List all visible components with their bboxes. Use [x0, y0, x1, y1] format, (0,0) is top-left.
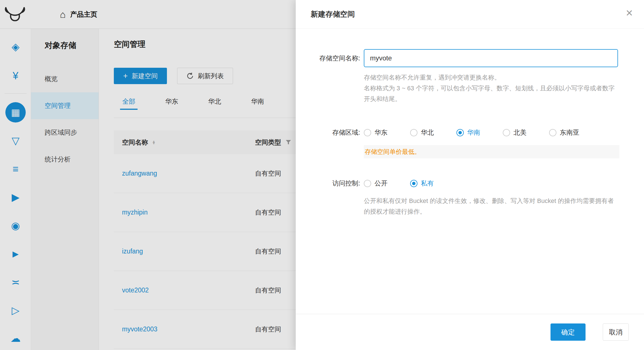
radio-label: 私有: [421, 179, 434, 188]
access-help-text: 公开和私有仅对 Bucket 的读文件生效，修改、删除、写入等对 Bucket …: [364, 196, 615, 217]
page-root: ⌂ 产品主页 ◈ ¥ ▦ ▽ ≡ ▶ ◉ ► ≍ ▷ ☁ 对象存储 概览 空间管…: [0, 0, 644, 350]
region-price-note: 存储空间单价最低。: [364, 145, 619, 158]
radio-label: 华东: [375, 128, 388, 137]
note-spacer: [296, 145, 364, 158]
region-option-huabei[interactable]: 华北: [410, 128, 434, 137]
radio-icon: [549, 129, 556, 136]
region-option-beimei[interactable]: 北美: [503, 128, 526, 137]
radio-checked-icon: [456, 129, 464, 136]
region-radio-group: 华东 华北 华南 北美 东南亚: [364, 128, 579, 137]
region-option-huanan[interactable]: 华南: [456, 128, 480, 137]
drawer-header: 新建存储空间: [296, 0, 644, 29]
region-note-row: 存储空间单价最低。: [296, 145, 644, 158]
radio-icon: [364, 129, 371, 136]
bucket-name-help-line2: 名称格式为 3 ~ 63 个字符，可以包含小写字母、数字、短划线，且必须以小写字…: [364, 83, 615, 104]
cancel-button[interactable]: 取消: [603, 323, 629, 341]
bucket-name-input[interactable]: [364, 49, 618, 67]
radio-icon: [410, 129, 417, 136]
storage-region-row: 存储区域: 华东 华北 华南 北美: [296, 128, 644, 137]
bucket-name-label: 存储空间名称:: [296, 49, 360, 104]
radio-label: 华南: [467, 128, 480, 137]
bucket-name-help-line1: 存储空间名称不允许重复，遇到冲突请更换名称。: [364, 72, 615, 83]
drawer-title: 新建存储空间: [311, 9, 355, 19]
radio-checked-icon: [410, 180, 417, 187]
close-icon[interactable]: ×: [623, 6, 636, 20]
access-option-private[interactable]: 私有: [410, 179, 434, 188]
radio-label: 公开: [375, 179, 388, 188]
radio-label: 华北: [421, 128, 434, 137]
access-radio-group: 公开 私有: [364, 179, 434, 188]
access-help-row: 公开和私有仅对 Bucket 的读文件生效，修改、删除、写入等对 Bucket …: [296, 196, 644, 217]
access-control-row: 访问控制: 公开 私有: [296, 179, 644, 188]
bucket-name-row: 存储空间名称: 存储空间名称不允许重复，遇到冲突请更换名称。 名称格式为 3 ~…: [296, 49, 644, 104]
create-bucket-drawer: 新建存储空间 × 存储空间名称: 存储空间名称不允许重复，遇到冲突请更换名称。 …: [296, 0, 644, 350]
help-spacer: [296, 196, 364, 217]
region-option-dongnanya[interactable]: 东南亚: [549, 128, 579, 137]
region-option-huadong[interactable]: 华东: [364, 128, 388, 137]
radio-label: 北美: [514, 128, 526, 137]
bucket-name-help: 存储空间名称不允许重复，遇到冲突请更换名称。 名称格式为 3 ~ 63 个字符，…: [364, 72, 615, 104]
access-option-public[interactable]: 公开: [364, 179, 388, 188]
storage-region-label: 存储区域:: [296, 128, 360, 137]
radio-icon: [364, 180, 371, 187]
radio-icon: [503, 129, 510, 136]
bucket-name-field: 存储空间名称不允许重复，遇到冲突请更换名称。 名称格式为 3 ~ 63 个字符，…: [364, 49, 618, 104]
access-control-label: 访问控制:: [296, 179, 360, 188]
confirm-button[interactable]: 确定: [551, 323, 586, 341]
drawer-footer: 确定 取消: [296, 314, 644, 350]
radio-label: 东南亚: [560, 128, 579, 137]
